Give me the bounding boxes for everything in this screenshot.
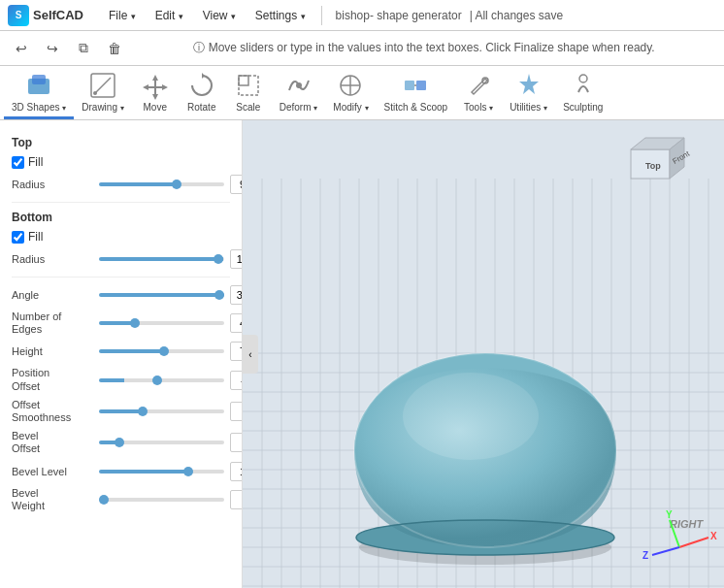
bevel-weight-slider[interactable] [99,498,224,502]
redo-button[interactable]: ↪ [39,35,66,62]
svg-rect-13 [405,81,414,90]
bevel-weight-input[interactable] [230,490,243,509]
delete-button[interactable]: 🗑 [101,35,128,62]
tool-utilities-label: Utilities ▾ [510,102,547,113]
svg-text:Y: Y [666,509,673,520]
tool-stitch-scoop[interactable]: Stitch & Scoop [377,66,456,119]
tool-3d-shapes[interactable]: 3D Shapes ▾ [4,66,74,119]
scale-icon [233,70,264,100]
tool-utilities[interactable]: Utilities ▾ [502,66,555,119]
angle-input[interactable] [230,285,243,305]
tool-tools[interactable]: Tools ▾ [455,66,502,119]
viewport: FRONT RIGHT Top Front X Y Z [243,120,724,588]
height-slider[interactable] [99,349,224,353]
menu-edit[interactable]: Edit ▾ [146,0,193,31]
bottom-radius-label: Radius [12,253,99,265]
tool-scale[interactable]: Scale [225,66,272,119]
tool-stitch-scoop-label: Stitch & Scoop [384,102,448,113]
bevel-level-value-group: ▲ ▼ [230,462,243,481]
num-edges-slider[interactable] [99,321,224,325]
bottom-fill-checkbox[interactable] [12,231,24,244]
svg-point-9 [296,82,302,88]
bottom-radius-row: Radius ▲ ▼ [12,249,230,269]
sculpting-icon [568,70,599,100]
bevel-offset-input[interactable] [230,433,243,452]
left-panel: Top Fill Radius ▲ ▼ [0,120,243,588]
top-radius-param: Radius ▲ ▼ [12,175,230,194]
tool-drawing[interactable]: Drawing ▾ [74,66,131,119]
bevel-offset-slider[interactable] [99,441,224,444]
bevel-level-param: Bevel Level ▲ ▼ [12,462,230,481]
position-offset-input[interactable] [230,371,243,390]
svg-point-4 [93,91,97,95]
bottom-radius-slider[interactable] [99,257,224,261]
bottom-section-title: Bottom [12,211,52,224]
num-edges-input[interactable] [230,313,243,333]
top-section-title: Top [12,136,32,149]
undo-button[interactable]: ↩ [8,35,35,62]
bevel-level-slider[interactable] [99,470,224,474]
tool-deform-label: Deform ▾ [280,102,318,113]
bottom-fill-label: Fill [28,230,43,244]
top-fill-checkbox[interactable] [12,156,24,169]
tool-sculpting[interactable]: Sculpting [555,66,610,119]
project-name: bishop- shape generator [328,9,470,22]
tool-rotate[interactable]: Rotate [179,66,225,119]
svg-rect-7 [239,76,248,85]
tool-modify-label: Modify ▾ [333,102,368,113]
offset-smoothness-slider[interactable] [99,409,224,413]
bevel-weight-param: BevelWeight ▲ ▼ [12,487,230,512]
stitch-scoop-icon [400,70,431,100]
bevel-level-input[interactable] [230,462,243,481]
tool-drawing-label: Drawing ▾ [82,102,123,113]
drawing-icon [87,70,118,100]
svg-text:Z: Z [642,550,648,561]
angle-slider[interactable] [99,293,224,297]
num-edges-param: Number ofEdges ▲ ▼ [12,310,230,336]
height-label: Height [12,345,99,357]
num-edges-value-group: ▲ ▼ [230,313,243,333]
menu-file[interactable]: File ▾ [99,0,146,31]
deform-icon [283,70,314,100]
offset-smoothness-label: OffsetSmoothness [12,399,99,424]
position-offset-value-group: ▲ ▼ [230,371,243,390]
utilities-icon [513,70,544,100]
tool-deform[interactable]: Deform ▾ [272,66,326,119]
bottom-fill-checkbox-row: Fill [12,230,230,244]
top-radius-input[interactable] [230,175,243,194]
menu-view[interactable]: View ▾ [193,0,246,31]
offset-smoothness-input[interactable] [230,402,243,421]
grid-canvas: FRONT RIGHT Top Front X Y Z [243,120,724,588]
bevel-offset-label: BevelOffset [12,430,99,455]
top-radius-slider[interactable] [99,182,224,186]
angle-label: Angle [12,289,99,301]
tool-modify[interactable]: Modify ▾ [325,66,376,119]
svg-line-3 [95,78,111,93]
svg-marker-6 [202,73,205,79]
divider-2 [12,277,230,278]
tool-move-label: Move [144,102,167,113]
tool-3d-shapes-label: 3D Shapes ▾ [12,102,66,113]
rotate-icon [186,70,217,100]
modify-icon [335,70,366,100]
3d-shapes-icon [23,70,54,100]
save-status: | All changes save [470,9,564,22]
svg-text:RIGHT: RIGHT [670,518,705,530]
height-input[interactable] [230,342,243,361]
top-section-header: Top [12,136,230,149]
tool-move[interactable]: Move [132,66,179,119]
bevel-weight-value-group: ▲ ▼ [230,490,243,509]
top-radius-value-group: ▲ ▼ [230,175,243,194]
panel-wrapper: Top Fill Radius ▲ ▼ [0,120,243,588]
angle-value-group: ▲ ▼ [230,285,243,305]
bottom-radius-input[interactable] [230,249,243,269]
tool-tools-label: Tools ▾ [464,102,493,113]
duplicate-button[interactable]: ⧉ [70,35,97,62]
logo-icon: S [8,5,29,26]
position-offset-slider[interactable] [99,378,224,382]
top-radius-row: Radius ▲ ▼ [12,175,230,194]
collapse-panel-button[interactable]: ‹ [243,335,258,374]
info-text: ⓘ Move sliders or type in the values int… [132,40,716,56]
menu-settings[interactable]: Settings ▾ [246,0,315,31]
num-edges-label: Number ofEdges [12,310,99,336]
